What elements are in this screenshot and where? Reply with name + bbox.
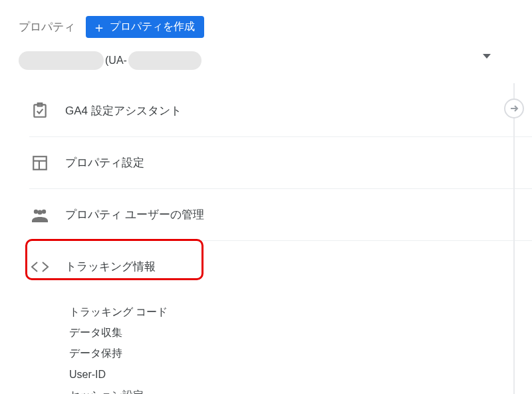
column-divider bbox=[513, 83, 515, 394]
redacted-property-id bbox=[128, 51, 201, 70]
clipboard-check-icon bbox=[29, 102, 51, 119]
submenu-item-session-settings[interactable]: セッション設定 bbox=[69, 385, 532, 394]
submenu-item-data-collection[interactable]: データ収集 bbox=[69, 322, 532, 343]
layout-icon bbox=[29, 154, 51, 172]
menu-item-property-settings[interactable]: プロパティ設定 bbox=[29, 136, 532, 188]
submenu-item-user-id[interactable]: User-ID bbox=[69, 364, 532, 385]
svg-point-2 bbox=[34, 209, 38, 213]
menu-item-label: プロパティ設定 bbox=[65, 155, 144, 170]
property-menu: GA4 設定アシスタント プロパティ設定 プロパティ ユーザーの管理 トラッキン… bbox=[0, 85, 532, 292]
menu-item-ga4-assistant[interactable]: GA4 設定アシスタント bbox=[29, 85, 532, 136]
property-selector[interactable]: (UA- bbox=[0, 45, 532, 85]
submenu-item-data-retention[interactable]: データ保持 bbox=[69, 343, 532, 363]
submenu-item-tracking-code[interactable]: トラッキング コード bbox=[69, 301, 532, 322]
menu-item-label: プロパティ ユーザーの管理 bbox=[65, 207, 204, 222]
svg-point-4 bbox=[37, 210, 42, 214]
create-property-label: プロパティを作成 bbox=[110, 20, 195, 34]
menu-item-label: GA4 設定アシスタント bbox=[65, 103, 182, 118]
users-icon bbox=[29, 208, 51, 222]
menu-item-label: トラッキング情報 bbox=[65, 259, 156, 274]
svg-point-3 bbox=[42, 209, 46, 213]
menu-item-tracking-info[interactable]: トラッキング情報 bbox=[29, 240, 532, 292]
chevron-down-icon bbox=[483, 54, 491, 59]
property-column-header: プロパティ ＋ プロパティを作成 bbox=[0, 0, 532, 45]
arrow-right-icon bbox=[509, 103, 519, 114]
code-icon bbox=[29, 260, 51, 274]
property-section-label: プロパティ bbox=[19, 19, 75, 35]
create-property-button[interactable]: ＋ プロパティを作成 bbox=[86, 16, 204, 38]
redacted-property-name bbox=[19, 51, 104, 70]
menu-item-user-management[interactable]: プロパティ ユーザーの管理 bbox=[29, 188, 532, 240]
collapse-panel-button[interactable] bbox=[504, 98, 524, 118]
ua-id-fragment: (UA- bbox=[105, 55, 127, 67]
tracking-info-submenu: トラッキング コード データ収集 データ保持 User-ID セッション設定 bbox=[0, 292, 532, 394]
plus-icon: ＋ bbox=[92, 21, 106, 34]
